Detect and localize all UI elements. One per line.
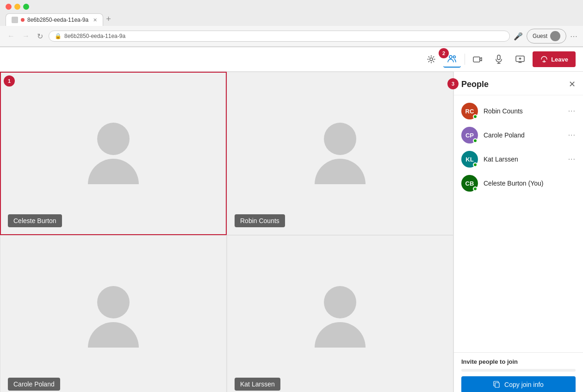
copy-join-info-label: Copy join info bbox=[504, 381, 544, 388]
microphone-button[interactable] bbox=[490, 51, 508, 67]
invite-section: Invite people to join Copy join info bbox=[454, 352, 583, 392]
person-name-robin: Robin Counts bbox=[484, 107, 568, 115]
person-item-robin[interactable]: RC Robin Counts ··· bbox=[454, 99, 583, 123]
url-bar[interactable]: 🔒 8e6b2850-eeda-11ea-9a bbox=[49, 31, 510, 42]
avatar-head bbox=[97, 123, 130, 155]
video-cell-kat: Kat Larssen bbox=[227, 235, 453, 392]
video-grid: 1 Celeste Burton Robin Counts bbox=[0, 72, 453, 392]
people-panel: 3 People ✕ RC Robin Counts ··· CP bbox=[453, 72, 583, 392]
panel-close-button[interactable]: ✕ bbox=[569, 79, 576, 89]
avatar-body bbox=[88, 159, 139, 184]
url-text: 8e6b2850-eeda-11ea-9a bbox=[64, 33, 125, 39]
content-area: 1 Celeste Burton Robin Counts bbox=[0, 72, 583, 392]
badge-1: 1 bbox=[4, 75, 15, 87]
avatar-head bbox=[324, 123, 356, 155]
browser-more-button[interactable]: ⋯ bbox=[570, 32, 577, 41]
person-avatar-celeste: CB bbox=[461, 175, 478, 192]
guest-profile-button[interactable]: Guest bbox=[527, 29, 566, 44]
invite-bar bbox=[461, 369, 576, 372]
person-item-kat[interactable]: KL Kat Larssen ··· bbox=[454, 147, 583, 171]
back-button[interactable]: ← bbox=[6, 31, 17, 41]
person-more-carole[interactable]: ··· bbox=[568, 131, 576, 139]
person-initials: CP bbox=[465, 132, 474, 139]
online-dot bbox=[473, 187, 478, 191]
video-cell-celeste: Celeste Burton bbox=[0, 72, 227, 235]
tab-title: 8e6b2850-eeda-11ea-9a bbox=[27, 17, 88, 23]
share-screen-button[interactable] bbox=[511, 51, 529, 67]
invite-title: Invite people to join bbox=[461, 358, 576, 365]
svg-rect-3 bbox=[473, 57, 480, 62]
browser-dots bbox=[6, 4, 29, 10]
toolbar-separator bbox=[465, 54, 465, 65]
app-toolbar: 2 bbox=[0, 47, 583, 72]
name-label-celeste: Celeste Burton bbox=[8, 214, 62, 227]
avatar-carole bbox=[88, 286, 139, 348]
maximize-dot[interactable] bbox=[23, 4, 29, 10]
person-initials: KL bbox=[465, 156, 473, 163]
avatar-robin bbox=[315, 123, 366, 184]
settings-button-wrapper bbox=[423, 52, 440, 67]
person-avatar-kat: KL bbox=[461, 151, 478, 168]
minimize-dot[interactable] bbox=[14, 4, 20, 10]
tab-close-button[interactable]: ✕ bbox=[93, 17, 97, 23]
person-initials: CB bbox=[465, 180, 474, 187]
forward-button[interactable]: → bbox=[20, 31, 31, 41]
avatar-body bbox=[315, 159, 366, 184]
svg-rect-8 bbox=[495, 383, 499, 387]
svg-point-1 bbox=[449, 56, 452, 58]
person-name-celeste: Celeste Burton (You) bbox=[484, 180, 576, 187]
online-dot bbox=[473, 114, 478, 119]
microphone-icon[interactable]: 🎤 bbox=[514, 32, 523, 41]
svg-rect-4 bbox=[497, 55, 500, 60]
guest-avatar bbox=[550, 31, 560, 41]
close-dot[interactable] bbox=[6, 4, 12, 10]
video-cell-robin: Robin Counts bbox=[227, 72, 453, 235]
badge-2: 2 bbox=[439, 48, 449, 58]
avatar-body bbox=[88, 322, 139, 348]
tab-status-dot bbox=[21, 18, 25, 22]
person-name-carole: Carole Poland bbox=[484, 131, 568, 139]
guest-label: Guest bbox=[533, 33, 547, 39]
person-item-celeste[interactable]: CB Celeste Burton (You) bbox=[454, 171, 583, 195]
person-avatar-carole: CP bbox=[461, 127, 478, 143]
browser-tab[interactable]: 8e6b2850-eeda-11ea-9a ✕ bbox=[6, 13, 103, 26]
avatar-head bbox=[97, 286, 130, 318]
video-cell-carole: Carole Poland bbox=[0, 235, 227, 392]
person-item-carole[interactable]: CP Carole Poland ··· bbox=[454, 123, 583, 147]
person-initials: RC bbox=[465, 108, 474, 115]
settings-button[interactable] bbox=[423, 52, 440, 67]
leave-label: Leave bbox=[551, 56, 568, 63]
avatar-kat bbox=[315, 286, 366, 348]
avatar-body bbox=[315, 322, 366, 348]
person-more-kat[interactable]: ··· bbox=[568, 155, 576, 163]
svg-point-2 bbox=[453, 56, 456, 58]
lock-icon: 🔒 bbox=[55, 33, 62, 39]
app-container: 2 bbox=[0, 47, 583, 392]
svg-point-0 bbox=[430, 58, 433, 61]
browser-chrome: 8e6b2850-eeda-11ea-9a ✕ + ← → ↻ 🔒 8e6b28… bbox=[0, 0, 583, 47]
copy-join-info-button[interactable]: Copy join info bbox=[461, 376, 576, 392]
name-label-kat: Kat Larssen bbox=[235, 378, 280, 391]
person-name-kat: Kat Larssen bbox=[484, 156, 568, 163]
person-avatar-robin: RC bbox=[461, 103, 478, 119]
browser-toolbar: ← → ↻ 🔒 8e6b2850-eeda-11ea-9a 🎤 Guest ⋯ bbox=[0, 26, 583, 47]
panel-header: 3 People ✕ bbox=[454, 72, 583, 95]
people-button-wrapper: 2 bbox=[443, 51, 461, 68]
tab-icon bbox=[12, 17, 18, 23]
person-more-robin[interactable]: ··· bbox=[568, 107, 576, 115]
browser-actions: 🎤 Guest ⋯ bbox=[514, 29, 577, 44]
refresh-button[interactable]: ↻ bbox=[35, 31, 45, 42]
people-list: RC Robin Counts ··· CP Carole Poland ··· bbox=[454, 95, 583, 352]
badge-3: 3 bbox=[447, 78, 459, 89]
camera-button[interactable] bbox=[469, 51, 486, 67]
avatar-celeste bbox=[88, 123, 139, 184]
online-dot bbox=[473, 162, 478, 167]
name-label-robin: Robin Counts bbox=[235, 214, 285, 227]
name-label-carole: Carole Poland bbox=[8, 378, 60, 391]
avatar-head bbox=[324, 286, 356, 318]
leave-button[interactable]: Leave bbox=[533, 51, 576, 67]
new-tab-button[interactable]: + bbox=[106, 14, 111, 24]
online-dot bbox=[473, 138, 478, 143]
panel-title: People bbox=[461, 80, 489, 89]
